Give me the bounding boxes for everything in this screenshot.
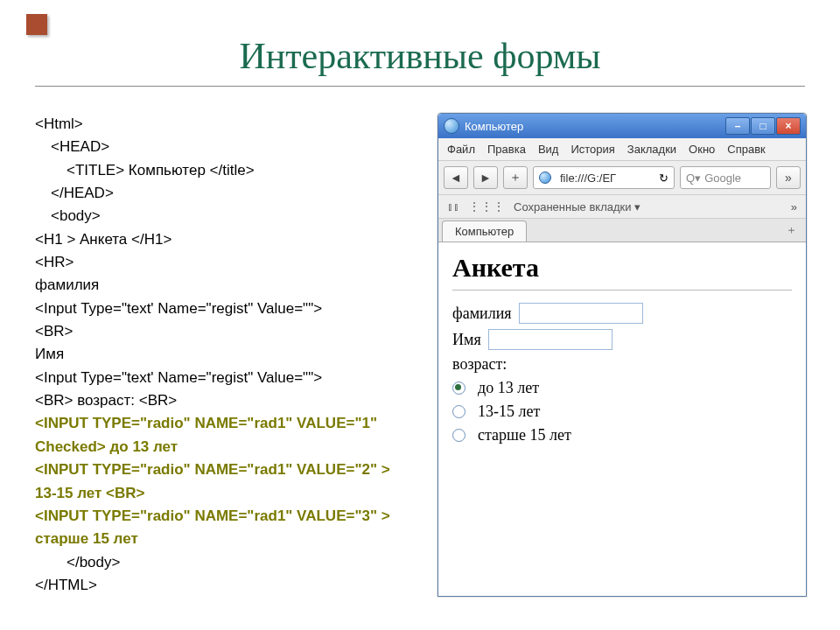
back-button[interactable]: ◄ [444,166,468,189]
globe-icon [444,118,459,134]
code-line: <HR> [35,251,411,274]
slide-title: Интерактивные формы [26,35,814,77]
slide-accent [26,14,47,35]
code-line: <INPUT TYPE="radio" NAME="rad1" VALUE="1… [35,412,411,458]
menu-window[interactable]: Окно [689,143,715,156]
grid-icon[interactable]: ⋮⋮⋮ [468,200,505,214]
page-rule [452,290,792,290]
age-radio-1[interactable] [452,382,466,395]
page-icon [539,172,551,184]
active-tab[interactable]: Компьютер [442,220,527,242]
search-placeholder: Google [704,172,741,185]
age-label: возраст: [452,355,507,374]
age-radio-2[interactable] [452,405,466,418]
code-line: <TITLE> Компьютер </title> [35,159,411,182]
browser-window: Компьютер – □ × Файл Правка Вид История … [438,113,807,597]
code-line: </HEAD> [35,182,411,205]
code-line: </body> [35,551,411,574]
add-button[interactable]: ＋ [503,166,528,189]
code-listing: <Html> <HEAD> <TITLE> Компьютер </title>… [35,113,411,597]
reload-icon[interactable]: ↻ [659,172,668,185]
name-label: Имя [452,331,481,349]
url-text: file:///G:/ЕГ [560,172,655,185]
code-line: фамилия [35,274,411,297]
code-line: <H1 > Анкета </H1> [35,228,411,251]
page-heading: Анкета [452,253,792,283]
age-radio-3[interactable] [452,429,466,442]
overflow-button[interactable]: » [776,166,801,189]
saved-tabs-button[interactable]: Сохраненные вкладки ▾ [514,200,640,214]
age-option-3: старше 15 лет [478,426,571,444]
bookmarks-bar: ⫾⫾ ⋮⋮⋮ Сохраненные вкладки ▾ » [438,195,806,219]
code-line: <Input Type="text' Name="regist" Value="… [35,367,411,389]
code-line: <Input Type="text' Name="regist" Value="… [35,298,411,320]
search-icon: Q▾ [686,172,701,185]
search-field[interactable]: Q▾ Google [680,166,771,189]
bookmarks-overflow[interactable]: » [791,200,797,214]
menu-bar: Файл Правка Вид История Закладки Окно Сп… [438,138,806,161]
code-line: <BR> [35,320,411,343]
code-line: <body> [35,205,411,228]
window-titlebar: Компьютер – □ × [438,114,806,138]
age-option-1: до 13 лет [478,379,539,397]
surname-label: фамилия [452,304,512,323]
maximize-button[interactable]: □ [751,117,775,135]
code-line: Имя [35,343,411,366]
menu-view[interactable]: Вид [538,143,559,156]
title-rule [35,86,805,87]
menu-file[interactable]: Файл [447,143,475,156]
tab-strip: Компьютер ＋ [438,219,806,242]
forward-button[interactable]: ► [473,166,498,189]
code-line: <BR> возраст: <BR> [35,389,411,412]
page-content: Анкета фамилия Имя возраст: до 13 лет [438,242,806,467]
code-line: <Html> [35,113,411,136]
book-icon[interactable]: ⫾⫾ [447,200,459,214]
age-option-2: 13-15 лет [478,402,540,421]
menu-help[interactable]: Справк [727,143,765,156]
minimize-button[interactable]: – [725,117,750,135]
window-title: Компьютер [465,120,725,133]
code-line: <INPUT TYPE="radio" NAME="rad1" VALUE="2… [35,458,411,505]
navigation-toolbar: ◄ ► ＋ file:///G:/ЕГ ↻ Q▾ Google » [438,161,806,195]
surname-input[interactable] [519,303,643,324]
code-line: <HEAD> [35,136,411,158]
menu-edit[interactable]: Правка [487,143,526,156]
menu-history[interactable]: История [570,143,614,156]
close-button[interactable]: × [776,117,801,135]
menu-bookmarks[interactable]: Закладки [627,143,676,156]
code-line: </HTML> [35,574,411,597]
name-input[interactable] [488,329,612,350]
new-tab-button[interactable]: ＋ [777,219,806,242]
code-line: <INPUT TYPE="radio" NAME="rad1" VALUE="3… [35,505,411,551]
url-field[interactable]: file:///G:/ЕГ ↻ [533,166,675,189]
